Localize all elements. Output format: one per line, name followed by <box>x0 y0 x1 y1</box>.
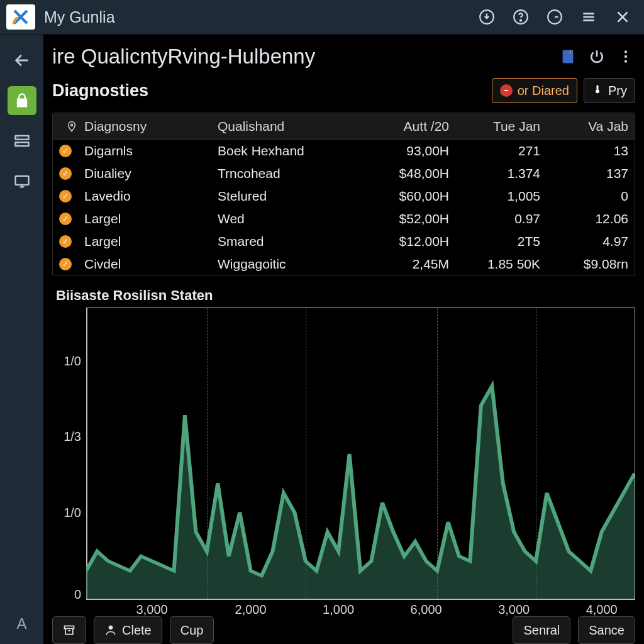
thermo-icon <box>592 84 603 98</box>
col-qualishand[interactable]: Qualishand <box>216 119 348 134</box>
col-autt[interactable]: Autt /20 <box>348 119 449 134</box>
cell-vajab: 137 <box>540 166 628 181</box>
sidebar-bottom-label: A <box>16 615 26 644</box>
x-tick: 4,000 <box>586 602 618 617</box>
x-axis: 3,000 2,000 1,000 6,000 3,000 4,000 <box>86 602 635 621</box>
y-axis: 1/0 1/3 1/0 0 <box>55 308 84 600</box>
chart-plot-area: 1/0 1/3 1/0 0 3,000 2,000 1,000 6,000 3,… <box>86 308 635 600</box>
cell-autt: 93,00H <box>348 143 449 158</box>
y-tick: 1/3 <box>64 430 81 444</box>
settings-icon[interactable] <box>576 4 601 30</box>
cell-diagnosny: Digarnls <box>84 143 216 158</box>
col-diagnosny[interactable]: Diagnosny <box>84 119 216 134</box>
svg-point-10 <box>625 60 627 62</box>
cell-tuejan: 1.374 <box>449 166 540 181</box>
diared-label: or Diared <box>518 84 569 98</box>
clete-label: Clete <box>122 623 152 638</box>
cup-label: Cup <box>180 623 204 638</box>
svg-rect-11 <box>504 90 508 91</box>
cell-qualishand: Wed <box>216 211 348 226</box>
y-tick: 1/0 <box>64 505 81 519</box>
cell-autt: 2,45M <box>348 257 449 272</box>
cell-tuejan: 1,005 <box>449 189 540 204</box>
table-row[interactable]: ✓LavedioStelured$60,00H1,0050 <box>53 185 635 208</box>
page-title: ire QualicntyRving-Hulbenny <box>52 45 315 69</box>
cell-diagnosny: Largel <box>84 234 216 249</box>
page-header: ire QualicntyRving-Hulbenny <box>52 42 635 71</box>
svg-rect-4 <box>15 136 28 140</box>
table-row[interactable]: ✓CivdelWiggagoitic2,45M1.85 50K$9.08rn <box>53 253 635 275</box>
cell-qualishand: Smared <box>216 234 348 249</box>
chart-series <box>86 308 635 600</box>
pry-button[interactable]: Pry <box>584 78 635 103</box>
svg-point-8 <box>625 50 627 53</box>
archive-button[interactable] <box>52 616 86 644</box>
x-tick: 1,000 <box>323 602 354 617</box>
sance-label: Sance <box>589 623 625 638</box>
cell-qualishand: Trncohead <box>216 166 348 181</box>
cell-vajab: 0 <box>540 189 628 204</box>
cell-tuejan: 2T5 <box>449 234 540 249</box>
cell-vajab: 13 <box>540 143 628 158</box>
cell-diagnosny: Largel <box>84 211 216 226</box>
app-logo <box>6 4 35 30</box>
page-subtitle: Diagnosties <box>52 81 148 101</box>
back-button[interactable] <box>8 46 36 75</box>
y-tick: 0 <box>74 587 81 601</box>
diared-button[interactable]: or Diared <box>492 78 577 103</box>
content: ire QualicntyRving-Hulbenny Diagnosties <box>43 35 644 644</box>
check-icon: ✓ <box>59 145 72 157</box>
clock-icon[interactable] <box>542 4 567 30</box>
kebab-icon[interactable] <box>616 47 635 66</box>
cell-diagnosny: Civdel <box>84 257 216 272</box>
svg-point-12 <box>71 124 73 126</box>
stop-icon <box>500 84 513 97</box>
cell-tuejan: 271 <box>449 143 540 158</box>
x-tick: 2,000 <box>235 602 267 617</box>
cell-diagnosny: Lavedio <box>84 189 216 204</box>
subheader: Diagnosties or Diared Pry <box>52 75 635 106</box>
power-icon[interactable] <box>587 47 606 66</box>
cell-autt: $52,00H <box>348 211 449 226</box>
sidebar: A <box>0 35 43 644</box>
svg-rect-5 <box>15 142 28 146</box>
close-icon[interactable] <box>610 4 635 30</box>
device-button[interactable] <box>8 167 36 196</box>
check-icon: ✓ <box>59 235 72 248</box>
table-row[interactable]: ✓LargelWed$52,00H0.9712.06 <box>53 208 635 230</box>
svg-point-9 <box>625 55 627 58</box>
y-tick: 1/0 <box>64 353 81 368</box>
cell-diagnosny: Diualiey <box>84 166 216 181</box>
table-row[interactable]: ✓LargelSmared$12.00H2T54.97 <box>53 230 635 253</box>
titlebar: My Gunlia <box>0 0 644 35</box>
col-vajab[interactable]: Va Jab <box>540 119 628 134</box>
panel-button[interactable] <box>8 126 36 155</box>
download-icon[interactable] <box>474 4 499 30</box>
diagnostics-table: Diagnosny Qualishand Autt /20 Tue Jan Va… <box>52 113 635 276</box>
check-icon: ✓ <box>59 167 72 180</box>
x-tick: 3,000 <box>136 602 168 617</box>
col-tuejan[interactable]: Tue Jan <box>449 119 540 134</box>
cell-vajab: $9.08rn <box>540 257 628 272</box>
cell-vajab: 12.06 <box>540 211 628 226</box>
secure-button[interactable] <box>8 86 36 115</box>
senral-label: Senral <box>523 623 560 638</box>
help-icon[interactable] <box>508 4 533 30</box>
x-tick: 3,000 <box>498 602 530 617</box>
svg-rect-6 <box>15 176 28 185</box>
chart-panel: Biisaste Rosilisn Staten 1/0 1/3 1/0 0 3… <box>52 287 635 600</box>
table-row[interactable]: ✓DiualieyTrncohead$48,00H1.374137 <box>53 162 635 185</box>
svg-rect-13 <box>65 626 74 628</box>
pin-icon[interactable] <box>59 121 84 132</box>
cell-qualishand: Stelured <box>216 189 348 204</box>
cell-qualishand: Wiggagoitic <box>216 257 348 272</box>
cell-tuejan: 0.97 <box>449 211 540 226</box>
check-icon: ✓ <box>59 213 72 225</box>
svg-point-14 <box>109 626 113 630</box>
note-icon[interactable] <box>558 47 577 66</box>
cell-autt: $12.00H <box>348 234 449 249</box>
svg-point-2 <box>520 19 521 21</box>
cell-qualishand: Boek Hexhand <box>216 143 348 158</box>
table-row[interactable]: ✓DigarnlsBoek Hexhand93,00H27113 <box>53 140 635 162</box>
cell-tuejan: 1.85 50K <box>449 257 540 272</box>
